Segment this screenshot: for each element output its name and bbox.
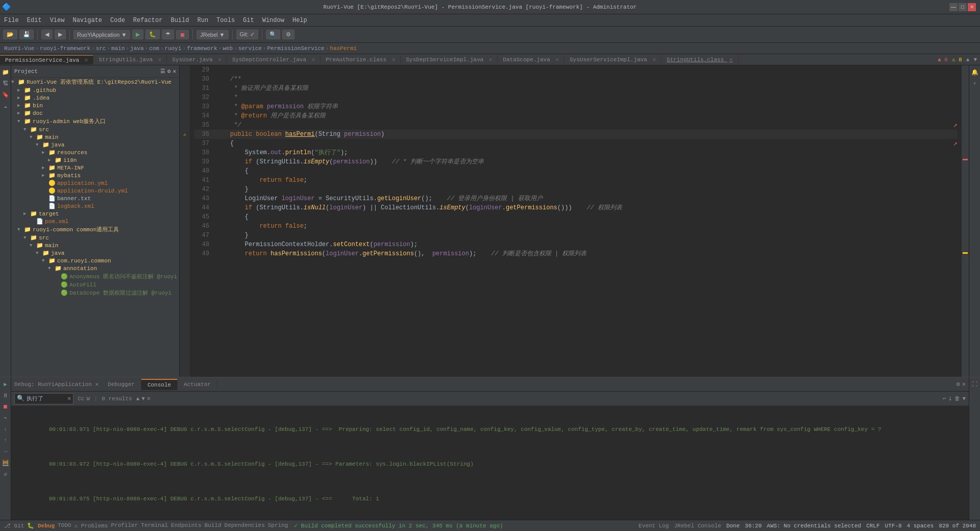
breadcrumb-item-permissionservice[interactable]: PermissionService	[267, 45, 324, 52]
coverage-button[interactable]: ☂	[162, 30, 174, 39]
status-jrebel[interactable]: JRebel Console	[674, 523, 721, 529]
status-crlf[interactable]: CRLF	[866, 523, 879, 529]
settings-debug-icon[interactable]: ⚙	[957, 380, 960, 388]
breadcrumb-item-web[interactable]: web	[223, 45, 233, 52]
clear-search-icon[interactable]: ✕	[67, 395, 71, 402]
close-button[interactable]: ✕	[968, 3, 976, 11]
breadcrumb-item-service[interactable]: service	[238, 45, 262, 52]
menu-window[interactable]: Window	[258, 16, 288, 25]
menu-refactor[interactable]: Refactor	[129, 16, 167, 25]
menu-code[interactable]: Code	[106, 16, 129, 25]
menu-build[interactable]: Build	[166, 16, 193, 25]
statusbar-todo-tab[interactable]: TODO	[58, 522, 71, 529]
tree-item-14[interactable]: 🟡 application-druid.yml	[11, 187, 179, 195]
close-tab-permissionservice[interactable]: ✕	[85, 57, 88, 63]
structure-icon[interactable]: 🏗	[1, 79, 10, 88]
resume-icon[interactable]: ▶	[1, 379, 10, 389]
settings-button[interactable]: ⚙	[282, 30, 295, 39]
breadcrumb-item-root[interactable]: RuoYi-Vue	[4, 45, 34, 52]
menu-navigate[interactable]: Navigate	[68, 16, 106, 25]
tree-item-5[interactable]: ▼ 📁 ruoyi-admin web服务入口	[11, 117, 179, 126]
tree-item-23[interactable]: ▼ 📁 com.ruoyi.common	[11, 257, 179, 264]
tree-item-0[interactable]: ▼ 📁 RuoYi-Vue 若依管理系统 E:\gitRepos2\RuoYi-…	[11, 78, 179, 86]
statusbar-spring-tab[interactable]: Spring	[268, 522, 288, 529]
tab-stringutils[interactable]: StringUtils.java ✕	[93, 55, 167, 64]
stop-button[interactable]: ⏹	[176, 30, 189, 39]
tree-item-21[interactable]: ▼ 📁 main	[11, 242, 179, 249]
menu-help[interactable]: Help	[288, 16, 311, 25]
status-event-log[interactable]: Event Log	[639, 523, 669, 529]
debug-button[interactable]: 🐛	[145, 30, 160, 39]
statusbar-dependencies-tab[interactable]: Dependencies	[225, 522, 265, 529]
statusbar-build-tab[interactable]: Build	[205, 522, 222, 529]
step-out-icon[interactable]: ↑	[1, 436, 10, 445]
rerun-icon[interactable]: ↺	[1, 469, 10, 478]
prev-result-btn[interactable]: ▲	[136, 396, 140, 402]
stop-debug-icon[interactable]: ⏹	[1, 402, 10, 411]
menu-view[interactable]: View	[46, 16, 69, 25]
tab-preauthorize[interactable]: PreAuthorize.class ✕	[321, 55, 401, 64]
case-sensitive-btn[interactable]: Cc	[78, 396, 84, 402]
tree-item-25[interactable]: 🟢 Anonymous 匿名访问不鉴权注解 @ruoyi	[11, 272, 179, 281]
run-button[interactable]: ▶	[132, 30, 143, 39]
minimize-button[interactable]: —	[949, 3, 958, 11]
tree-item-18[interactable]: 📄 pom.xml	[11, 218, 179, 225]
filter-btn[interactable]: ▼	[962, 396, 966, 402]
tree-item-6[interactable]: ▼ 📁 src	[11, 126, 179, 133]
tab-stringutils-class[interactable]: StringUtils.class ✕	[662, 55, 738, 64]
tab-actuator[interactable]: Actuator	[178, 379, 217, 390]
tree-item-19[interactable]: ▼ 📁 ruoyi-common common通用工具	[11, 225, 179, 234]
console-search-bar[interactable]: 🔍 ✕	[14, 393, 74, 404]
statusbar-profiler-tab[interactable]: Profiler	[111, 522, 138, 529]
run-to-cursor-icon[interactable]: →	[1, 447, 10, 456]
statusbar-debug-tab[interactable]: 🐛 Debug	[27, 522, 55, 529]
tab-sysdeptcontroller[interactable]: SysDeptController.java ✕	[227, 55, 321, 64]
breadcrumb-item-ruoyi[interactable]: ruoyi	[165, 45, 182, 52]
step-over-icon[interactable]: ↷	[1, 413, 10, 422]
tree-item-1[interactable]: ▶ 📁 .github	[11, 86, 179, 94]
tab-sysuser[interactable]: SysUser.java ✕	[167, 55, 227, 64]
breadcrumb-item-java[interactable]: java	[130, 45, 143, 52]
breadcrumb-item-main[interactable]: main	[111, 45, 125, 52]
problems-icon[interactable]: ⚡	[970, 79, 979, 88]
tree-item-3[interactable]: ▶ 📁 bin	[11, 102, 179, 109]
tree-item-22[interactable]: ▼ 📁 java	[11, 249, 179, 257]
statusbar-terminal-tab[interactable]: Terminal	[141, 522, 168, 529]
tree-item-20[interactable]: ▼ 📁 src	[11, 234, 179, 242]
aws-icon[interactable]: ☁	[1, 101, 10, 110]
statusbar-endpoints-tab[interactable]: Endpoints	[171, 522, 201, 529]
status-encoding[interactable]: UTF-8	[885, 523, 902, 529]
project-icon[interactable]: 📁	[1, 67, 10, 77]
maximize-panel-icon[interactable]: ⛶	[970, 379, 979, 389]
back-button[interactable]: ◀	[41, 30, 53, 39]
scroll-down-editor[interactable]: ▼	[973, 57, 977, 63]
clear-console-btn[interactable]: 🗑	[954, 395, 960, 402]
tree-item-9[interactable]: ▶ 📁 resources	[11, 149, 179, 156]
window-controls[interactable]: — □ ✕	[949, 3, 980, 11]
statusbar-problems-tab[interactable]: ⚠ Problems	[74, 522, 108, 529]
statusbar-git-tab[interactable]: ⎇ Git	[4, 522, 24, 529]
bookmarks-icon[interactable]: 🔖	[1, 90, 10, 99]
close-debug-icon[interactable]: ✕	[962, 380, 966, 388]
pause-icon[interactable]: ⏸	[1, 391, 10, 400]
code-content[interactable]: 29 30 /** 31 * 验证用户是否具备某权限 32 * 3	[190, 65, 962, 377]
menu-git[interactable]: Git	[239, 16, 258, 25]
more-results-btn[interactable]: ≡	[147, 396, 151, 402]
search-everywhere-button[interactable]: 🔍	[266, 30, 280, 39]
evaluate-icon[interactable]: 🧮	[1, 458, 10, 467]
console-search-input[interactable]	[27, 396, 67, 402]
whole-word-btn[interactable]: W	[86, 396, 90, 402]
breadcrumb-item-src[interactable]: src	[96, 45, 106, 52]
tab-debugger[interactable]: Debugger	[102, 379, 141, 390]
save-button[interactable]: 💾	[19, 30, 34, 39]
tree-item-4[interactable]: ▶ 📁 doc	[11, 109, 179, 117]
tab-sysuserserviceimpl[interactable]: SysUserServiceImpl.java ✕	[565, 55, 662, 64]
tree-item-13[interactable]: 🟡 application.yml	[11, 179, 179, 187]
menu-file[interactable]: File	[0, 16, 23, 25]
console-output[interactable]: 00:01:03.971 [http-nio-8080-exec-4] DEBU…	[11, 406, 969, 520]
run-config-dropdown[interactable]: RuoYiApplication ▼	[74, 30, 130, 39]
tree-item-16[interactable]: 📄 logback.xml	[11, 202, 179, 210]
sidebar-collapse-icon[interactable]: ☰	[160, 68, 165, 75]
tab-sysdeptserviceimpl[interactable]: SysDeptServiceImpl.java ✕	[401, 55, 498, 64]
menu-run[interactable]: Run	[193, 16, 212, 25]
